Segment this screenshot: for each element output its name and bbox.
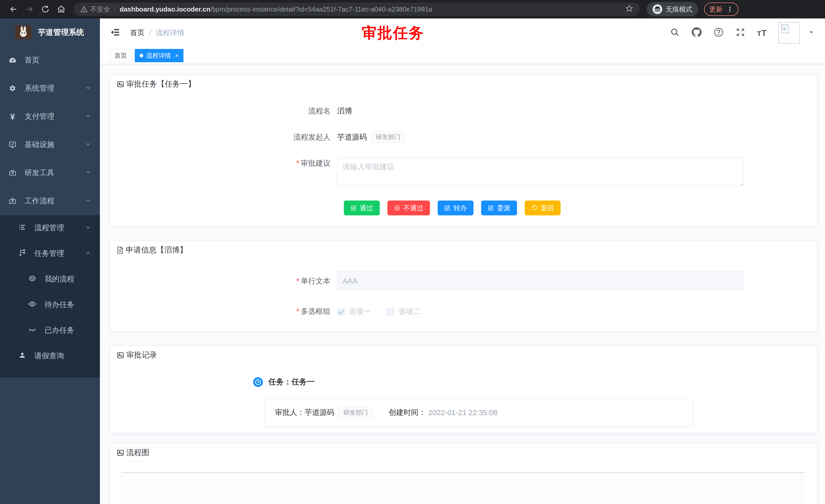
font-size-icon[interactable]: ᴛT bbox=[757, 28, 767, 38]
fullscreen-icon[interactable] bbox=[736, 27, 745, 38]
url-text: dashboard.yudao.iocoder.cn/bpm/process-i… bbox=[120, 5, 432, 13]
flow-chart-card-header: 流程图 bbox=[110, 443, 817, 462]
tab-home[interactable]: 首页 bbox=[110, 49, 132, 62]
edit-icon bbox=[488, 205, 494, 211]
monitor-icon bbox=[8, 141, 17, 149]
incognito-label: 无痕模式 bbox=[666, 5, 692, 14]
checkbox-label: 选项二 bbox=[398, 307, 421, 317]
breadcrumb-separator: / bbox=[149, 29, 151, 37]
app-logo-row[interactable]: 芋道管理系统 bbox=[0, 18, 100, 46]
record-detail-card: 审批人：芋道源码 研发部门 创建时间： 2022-01-21 22:35:08 bbox=[265, 399, 693, 427]
sidebar-item-infra[interactable]: 基础设施 bbox=[0, 131, 100, 159]
approval-task-card-header: 审批任务【任务一】 bbox=[110, 75, 817, 93]
sidebar-item-devtools[interactable]: 研发工具 bbox=[0, 159, 100, 187]
hamburger-icon[interactable] bbox=[110, 27, 121, 38]
circle-close-icon bbox=[394, 205, 400, 211]
picture-icon bbox=[117, 80, 124, 88]
sidebar: 芋道管理系统 首页 系统管理 ¥ 支付管理 基础设施 bbox=[0, 18, 100, 504]
suggestion-row: *审批建议 bbox=[110, 158, 817, 186]
avatar-caret-icon[interactable] bbox=[808, 29, 815, 36]
address-bar[interactable]: 不安全 dashboard.yudao.iocoder.cn/bpm/proce… bbox=[74, 3, 640, 16]
browser-reload-icon[interactable] bbox=[38, 3, 53, 16]
process-name-row: 流程名 滔博 bbox=[110, 105, 817, 116]
flow-chart-card: 流程图 bbox=[110, 443, 817, 504]
initiator-row: 流程发起人 芋道源码 研发部门 bbox=[110, 132, 817, 143]
return-button[interactable]: 退回 bbox=[525, 200, 560, 216]
checkbox-label: 选项一 bbox=[349, 307, 371, 317]
browser-menu-icon[interactable] bbox=[727, 6, 733, 12]
yen-icon: ¥ bbox=[8, 112, 17, 121]
sidebar-item-label: 研发工具 bbox=[24, 168, 85, 178]
sidebar-item-leave-query[interactable]: 请假查询 bbox=[0, 343, 100, 369]
sidebar-item-my-process[interactable]: 我的流程 bbox=[0, 266, 100, 292]
dept-tag: 研发部门 bbox=[339, 407, 372, 418]
checkbox-option-2[interactable]: 选项二 bbox=[387, 307, 421, 317]
approver-label: 审批人： bbox=[275, 408, 305, 418]
sidebar-item-home[interactable]: 首页 bbox=[0, 46, 100, 74]
incognito-badge: 无痕模式 bbox=[647, 2, 698, 16]
reject-button[interactable]: 不通过 bbox=[387, 200, 430, 216]
sidebar-item-done-tasks[interactable]: 已办任务 bbox=[0, 318, 100, 343]
sidebar-item-payment[interactable]: ¥ 支付管理 bbox=[0, 102, 100, 131]
button-label: 委派 bbox=[497, 203, 510, 213]
sidebar-item-label: 我的流程 bbox=[45, 274, 91, 284]
dashboard-icon bbox=[8, 56, 17, 64]
browser-home-icon[interactable] bbox=[53, 3, 69, 16]
sidebar-item-process-mgmt[interactable]: 流程管理 bbox=[0, 215, 100, 241]
sidebar-item-label: 任务管理 bbox=[34, 248, 85, 259]
single-text-input[interactable] bbox=[337, 271, 743, 291]
suggestion-label: *审批建议 bbox=[110, 158, 337, 169]
tab-close-icon[interactable]: × bbox=[175, 52, 178, 59]
gear-icon bbox=[8, 84, 17, 92]
incognito-icon bbox=[652, 4, 663, 14]
sidebar-item-label: 流程管理 bbox=[34, 223, 85, 233]
browser-update-button[interactable]: 更新 bbox=[704, 3, 738, 16]
avatar[interactable] bbox=[778, 22, 800, 44]
chevron-down-icon bbox=[85, 84, 91, 93]
sidebar-item-label: 已办任务 bbox=[45, 325, 91, 335]
list-icon bbox=[18, 223, 26, 233]
checkbox-group-row: *多选框组 选项一 选项二 bbox=[110, 306, 817, 317]
help-icon[interactable] bbox=[714, 27, 724, 38]
checkbox-group-label: *多选框组 bbox=[110, 306, 337, 317]
search-icon[interactable] bbox=[670, 27, 680, 38]
dept-tag: 研发部门 bbox=[372, 132, 405, 143]
tags-view-bar: 首页 流程详情 × bbox=[100, 47, 825, 64]
browser-toolbar: 不安全 dashboard.yudao.iocoder.cn/bpm/proce… bbox=[0, 0, 825, 18]
face-icon bbox=[28, 274, 36, 284]
sidebar-item-label: 支付管理 bbox=[24, 111, 85, 121]
delegate-button[interactable]: 委派 bbox=[481, 200, 517, 216]
chevron-down-icon bbox=[85, 224, 91, 232]
sidebar-item-system[interactable]: 系统管理 bbox=[0, 74, 100, 102]
card-title: 审批任务【任务一】 bbox=[126, 79, 196, 89]
bpmn-canvas[interactable] bbox=[122, 472, 805, 504]
record-task-label: 任务：任务一 bbox=[269, 377, 315, 387]
breadcrumb-current: 流程详情 bbox=[156, 28, 184, 37]
breadcrumb-home[interactable]: 首页 bbox=[130, 28, 145, 37]
divider bbox=[115, 5, 115, 13]
chevron-down-icon bbox=[85, 112, 91, 121]
checkbox-checked-icon bbox=[337, 308, 345, 316]
transfer-button[interactable]: 转办 bbox=[438, 200, 473, 216]
sidebar-item-task-mgmt[interactable]: 任务管理 bbox=[0, 241, 100, 266]
picture-icon bbox=[117, 449, 124, 456]
checkbox-option-1[interactable]: 选项一 bbox=[337, 307, 371, 317]
sidebar-item-todo-tasks[interactable]: 待办任务 bbox=[0, 292, 100, 318]
browser-forward-icon[interactable] bbox=[21, 3, 38, 16]
initiator-label: 流程发起人 bbox=[110, 132, 337, 143]
chevron-down-icon bbox=[85, 169, 91, 177]
sidebar-item-workflow[interactable]: 工作流程 bbox=[0, 187, 100, 215]
record-task-row: 任务：任务一 bbox=[110, 377, 817, 387]
broken-image-icon bbox=[780, 23, 790, 34]
browser-back-icon[interactable] bbox=[6, 3, 21, 16]
bookmark-star-icon[interactable] bbox=[625, 4, 633, 14]
suggestion-textarea[interactable] bbox=[337, 158, 743, 186]
card-title: 申请信息【滔博】 bbox=[126, 245, 187, 255]
breadcrumb: 首页 / 流程详情 bbox=[130, 28, 184, 37]
security-indicator[interactable]: 不安全 bbox=[80, 5, 110, 14]
github-icon[interactable] bbox=[691, 27, 702, 38]
initiator-value: 芋道源码 bbox=[337, 132, 367, 143]
tab-label: 首页 bbox=[115, 52, 127, 60]
approve-button[interactable]: 通过 bbox=[344, 200, 380, 216]
tab-process-detail[interactable]: 流程详情 × bbox=[135, 49, 183, 62]
